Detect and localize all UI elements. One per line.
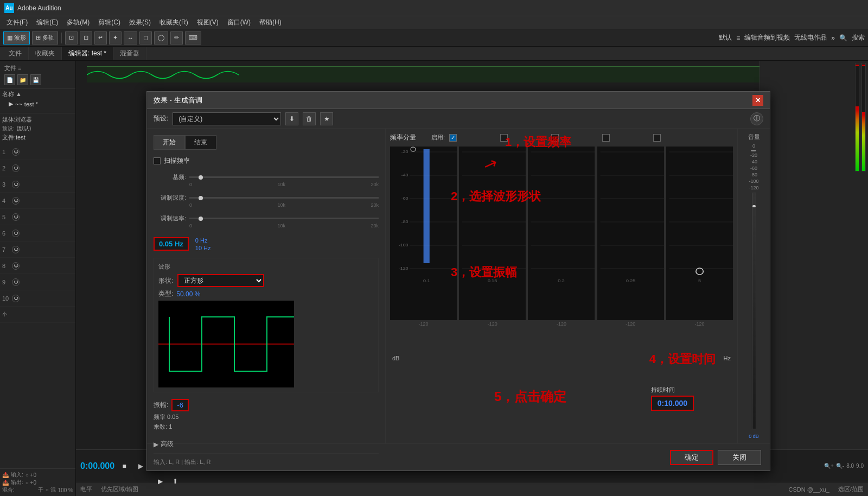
menu-window[interactable]: 窗口(W) [223, 17, 255, 28]
preset-select[interactable]: (自定义) [173, 112, 281, 125]
tab-file[interactable]: 文件 [2, 47, 29, 60]
stop-btn[interactable]: ■ [118, 460, 131, 473]
mod-depth-label: 调制深度: [154, 194, 186, 202]
dialog-close-btn[interactable]: ✕ [752, 95, 763, 106]
menu-view[interactable]: 视图(V) [193, 17, 223, 28]
preset-save-btn[interactable]: ⬇ [285, 112, 298, 125]
toolbar-more[interactable]: » [831, 34, 835, 42]
vol-handle[interactable] [751, 150, 756, 151]
tab-start[interactable]: 开始 [154, 135, 185, 150]
wireless-work[interactable]: 无线电作品 [794, 33, 827, 42]
media-browser-label: 媒体浏览器 [2, 116, 73, 124]
dialog-title: 效果 - 生成音调 [154, 96, 752, 105]
tab-end[interactable]: 结束 [185, 135, 216, 150]
svg-text:-40: -40 [401, 172, 409, 177]
comp-check-1[interactable] [449, 134, 457, 142]
comp-check-4[interactable] [602, 134, 610, 142]
menu-clip[interactable]: 剪辑(C) [94, 17, 125, 28]
open-file-btn[interactable]: 📁 [17, 74, 28, 85]
type-row: 类型: 50.00 % [158, 289, 374, 298]
meter-right-bar [862, 112, 865, 171]
amp-freq-label: 频率 [154, 414, 165, 420]
track-power-10[interactable]: ⏻ [12, 295, 20, 302]
shape-select[interactable]: 正方形 [177, 274, 264, 287]
toolbar-btn-6[interactable]: ◻ [139, 31, 152, 44]
base-freq-slider[interactable] [189, 176, 379, 178]
dialog-right: 频率分量 启用: [386, 129, 737, 443]
mod-speed-row: 调制速率: [154, 214, 379, 222]
toolbar-btn-3[interactable]: ↵ [94, 31, 107, 44]
dialog-play-btn[interactable]: ▶ [154, 475, 167, 488]
play-btn[interactable]: ▶ [134, 460, 147, 473]
file-item-test[interactable]: ▶ ~~ test * [0, 99, 75, 109]
toolbar-btn-1[interactable]: ⊡ [65, 31, 78, 44]
track-power-3[interactable]: ⏻ [12, 181, 20, 188]
comp-check-3[interactable] [551, 134, 559, 142]
freq-hz-10: 10 Hz [195, 245, 211, 251]
menu-edit[interactable]: 编辑(E) [32, 17, 62, 28]
media-browser-section: 媒体浏览器 预设: (默认) 文件:test [0, 113, 75, 144]
multitrack-view-btn[interactable]: ⊞ 多轨 [32, 31, 58, 44]
track-power-7[interactable]: ⏻ [12, 246, 20, 253]
duration-box[interactable]: 0:10.000 [651, 396, 694, 411]
track-power-5[interactable]: ⏻ [12, 213, 20, 221]
track-list: 1 ⏻ 2 ⏻ 3 ⏻ 4 ⏻ 5 ⏻ 6 ⏻ [0, 144, 75, 468]
toolbar-btn-8[interactable]: ✏ [170, 31, 183, 44]
comp-check-2[interactable] [500, 134, 508, 142]
vol-slider-track[interactable] [752, 193, 756, 429]
toolbar-btn-5[interactable]: ↔ [124, 31, 137, 44]
titlebar: Au Adobe Audition [0, 0, 868, 16]
name-header[interactable]: 名称 ▲ [0, 89, 75, 99]
shape-row: 形状: 正方形 [158, 274, 374, 287]
menu-effects[interactable]: 效果(S) [125, 17, 155, 28]
tab-mixer[interactable]: 混音器 [113, 47, 146, 60]
save-file-btn[interactable]: 💾 [30, 74, 41, 85]
menu-file[interactable]: 文件(F) [2, 17, 32, 28]
track-power-9[interactable]: ⏻ [12, 278, 20, 286]
preset-label: 默认 [719, 33, 732, 42]
track-power-6[interactable]: ⏻ [12, 230, 20, 237]
toolbar-btn-7[interactable]: ◯ [154, 31, 168, 44]
tab-collections[interactable]: 收藏夹 [29, 47, 62, 60]
menu-help[interactable]: 帮助(H) [255, 17, 286, 28]
preset-delete-btn[interactable]: 🗑 [303, 112, 316, 125]
edit-to-video[interactable]: 编辑音频到视频 [744, 33, 790, 42]
toolbar-btn-9[interactable]: ⌨ [185, 31, 201, 44]
tab-editor[interactable]: 编辑器: test * [62, 47, 113, 60]
base-freq-group: 基频: 010k20k [154, 173, 379, 187]
sweep-row: 扫描频率 [154, 156, 379, 166]
svg-text:0.25: 0.25 [626, 278, 635, 283]
base-freq-label: 基频: [154, 173, 186, 181]
sidebar-bottom: 📥 输入: ○ +0 📤 输出: ○ +0 混合: 干 ○ 混 100 % [0, 468, 75, 496]
mod-speed-label: 调制速率: [154, 214, 186, 222]
meter-left-peak [856, 65, 859, 66]
new-file-btn[interactable]: 📄 [4, 74, 15, 85]
svg-text:-120: -120 [399, 265, 409, 270]
menu-multitrack[interactable]: 多轨(M) [62, 17, 94, 28]
track-power-8[interactable]: ⏻ [12, 262, 20, 270]
track-power-2[interactable]: ⏻ [12, 164, 20, 172]
dialog-titlebar: 效果 - 生成音调 ✕ [147, 92, 770, 109]
chart-1-xlabel: -120 [390, 321, 457, 327]
waveform-view-btn[interactable]: ▦ 波形 [3, 31, 30, 44]
track-content-area [87, 66, 760, 82]
waveform-section: 波形 形状: 正方形 类型: 50.00 % [154, 258, 379, 392]
mod-speed-slider[interactable] [189, 218, 379, 219]
ok-button[interactable]: 确定 [670, 450, 713, 465]
meter-left-bar [856, 106, 859, 171]
mod-depth-slider[interactable] [189, 197, 379, 199]
toolbar-btn-4[interactable]: ✦ [109, 31, 122, 44]
track-power-4[interactable]: ⏻ [12, 197, 20, 205]
info-btn[interactable]: ⓘ [750, 112, 763, 125]
menu-favorites[interactable]: 收藏夹(R) [155, 17, 193, 28]
file-section: 文件 ≡ 📄 📁 💾 [0, 61, 75, 89]
sweep-checkbox[interactable] [154, 157, 161, 164]
advanced-section[interactable]: ▶ 高级 [154, 440, 379, 449]
track-row-8: 8 ⏻ [0, 258, 75, 274]
close-button[interactable]: 关闭 [718, 450, 761, 465]
preset-star-btn[interactable]: ★ [320, 112, 333, 125]
comp-check-5[interactable] [653, 134, 661, 142]
track-power-1[interactable]: ⏻ [12, 148, 20, 156]
dialog-export-btn[interactable]: ⬆ [169, 475, 182, 488]
toolbar-btn-2[interactable]: ⊡ [80, 31, 92, 44]
